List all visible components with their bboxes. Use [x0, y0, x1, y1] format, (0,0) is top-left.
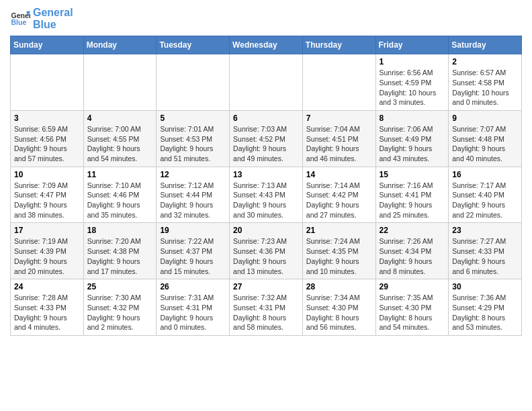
day-number: 11 [87, 170, 153, 179]
day-info: Sunrise: 7:27 AMSunset: 4:33 PMDaylight:… [452, 236, 518, 276]
day-number: 13 [233, 170, 299, 179]
day-cell: 10Sunrise: 7:09 AMSunset: 4:47 PMDayligh… [11, 167, 84, 223]
day-info: Sunrise: 7:19 AMSunset: 4:39 PMDaylight:… [14, 236, 80, 276]
day-cell: 26Sunrise: 7:31 AMSunset: 4:31 PMDayligh… [157, 279, 230, 336]
col-header-wednesday: Wednesday [230, 36, 303, 54]
col-header-friday: Friday [375, 36, 449, 54]
day-cell: 2Sunrise: 6:57 AMSunset: 4:58 PMDaylight… [449, 54, 522, 111]
day-cell [157, 54, 230, 111]
day-cell: 13Sunrise: 7:13 AMSunset: 4:43 PMDayligh… [230, 167, 303, 223]
day-number: 27 [233, 282, 299, 291]
day-number: 21 [306, 226, 372, 235]
day-number: 1 [380, 57, 445, 66]
day-cell: 27Sunrise: 7:32 AMSunset: 4:31 PMDayligh… [230, 279, 303, 336]
day-info: Sunrise: 7:17 AMSunset: 4:40 PMDaylight:… [452, 181, 518, 220]
day-cell: 29Sunrise: 7:35 AMSunset: 4:30 PMDayligh… [375, 279, 449, 336]
day-cell: 8Sunrise: 7:06 AMSunset: 4:49 PMDaylight… [375, 110, 449, 167]
col-header-thursday: Thursday [302, 36, 375, 54]
day-info: Sunrise: 7:06 AMSunset: 4:49 PMDaylight:… [380, 124, 445, 164]
calendar-table: SundayMondayTuesdayWednesdayThursdayFrid… [10, 36, 522, 336]
day-number: 18 [87, 226, 153, 235]
day-info: Sunrise: 7:30 AMSunset: 4:32 PMDaylight:… [87, 293, 153, 332]
day-cell: 6Sunrise: 7:03 AMSunset: 4:52 PMDaylight… [230, 110, 303, 167]
day-cell [83, 54, 157, 111]
day-cell: 3Sunrise: 6:59 AMSunset: 4:56 PMDaylight… [11, 110, 84, 167]
day-number: 14 [306, 170, 372, 179]
day-info: Sunrise: 7:03 AMSunset: 4:52 PMDaylight:… [233, 124, 299, 164]
col-header-monday: Monday [83, 36, 157, 54]
day-number: 15 [380, 170, 445, 179]
day-number: 23 [452, 226, 518, 235]
week-row-1: 1Sunrise: 6:56 AMSunset: 4:59 PMDaylight… [11, 54, 522, 111]
day-info: Sunrise: 7:09 AMSunset: 4:47 PMDaylight:… [14, 181, 80, 220]
day-number: 8 [380, 113, 445, 123]
day-number: 25 [87, 282, 153, 291]
day-number: 9 [452, 113, 518, 123]
day-cell: 5Sunrise: 7:01 AMSunset: 4:53 PMDaylight… [157, 110, 230, 167]
day-info: Sunrise: 7:34 AMSunset: 4:30 PMDaylight:… [306, 293, 372, 332]
day-cell [230, 54, 303, 111]
day-cell [302, 54, 375, 111]
day-cell: 20Sunrise: 7:23 AMSunset: 4:36 PMDayligh… [230, 223, 303, 279]
day-cell: 18Sunrise: 7:20 AMSunset: 4:38 PMDayligh… [83, 223, 157, 279]
day-cell: 1Sunrise: 6:56 AMSunset: 4:59 PMDaylight… [375, 54, 449, 111]
week-row-2: 3Sunrise: 6:59 AMSunset: 4:56 PMDaylight… [11, 110, 522, 167]
day-info: Sunrise: 7:16 AMSunset: 4:41 PMDaylight:… [380, 181, 445, 220]
logo-text: GeneralBlue [33, 7, 73, 30]
day-info: Sunrise: 7:04 AMSunset: 4:51 PMDaylight:… [306, 124, 372, 164]
day-cell: 25Sunrise: 7:30 AMSunset: 4:32 PMDayligh… [83, 279, 157, 336]
day-number: 4 [87, 113, 153, 123]
day-cell: 30Sunrise: 7:36 AMSunset: 4:29 PMDayligh… [449, 279, 522, 336]
day-number: 24 [14, 282, 80, 291]
day-number: 30 [452, 282, 518, 291]
svg-text:Blue: Blue [11, 18, 27, 26]
day-cell: 16Sunrise: 7:17 AMSunset: 4:40 PMDayligh… [449, 167, 522, 223]
day-info: Sunrise: 7:28 AMSunset: 4:33 PMDaylight:… [14, 293, 80, 332]
day-number: 10 [14, 170, 80, 179]
day-number: 16 [452, 170, 518, 179]
day-cell: 23Sunrise: 7:27 AMSunset: 4:33 PMDayligh… [449, 223, 522, 279]
day-info: Sunrise: 7:26 AMSunset: 4:34 PMDaylight:… [380, 236, 445, 276]
logo-icon: General Blue [10, 9, 30, 29]
day-info: Sunrise: 6:59 AMSunset: 4:56 PMDaylight:… [14, 124, 80, 164]
day-info: Sunrise: 7:32 AMSunset: 4:31 PMDaylight:… [233, 293, 299, 332]
col-header-tuesday: Tuesday [157, 36, 230, 54]
day-info: Sunrise: 7:14 AMSunset: 4:42 PMDaylight:… [306, 181, 372, 220]
page-header: General Blue GeneralBlue [10, 7, 522, 30]
day-number: 5 [160, 113, 226, 123]
day-cell: 21Sunrise: 7:24 AMSunset: 4:35 PMDayligh… [302, 223, 375, 279]
day-info: Sunrise: 7:20 AMSunset: 4:38 PMDaylight:… [87, 236, 153, 276]
day-info: Sunrise: 7:36 AMSunset: 4:29 PMDaylight:… [452, 293, 518, 332]
day-number: 28 [306, 282, 372, 291]
week-row-4: 17Sunrise: 7:19 AMSunset: 4:39 PMDayligh… [11, 223, 522, 279]
day-number: 12 [160, 170, 226, 179]
day-number: 29 [380, 282, 445, 291]
day-info: Sunrise: 6:56 AMSunset: 4:59 PMDaylight:… [380, 68, 445, 107]
day-number: 22 [380, 226, 445, 235]
day-number: 19 [160, 226, 226, 235]
week-row-3: 10Sunrise: 7:09 AMSunset: 4:47 PMDayligh… [11, 167, 522, 223]
day-info: Sunrise: 7:07 AMSunset: 4:48 PMDaylight:… [452, 124, 518, 164]
day-info: Sunrise: 7:00 AMSunset: 4:55 PMDaylight:… [87, 124, 153, 164]
day-cell: 19Sunrise: 7:22 AMSunset: 4:37 PMDayligh… [157, 223, 230, 279]
day-number: 3 [14, 113, 80, 123]
day-info: Sunrise: 6:57 AMSunset: 4:58 PMDaylight:… [452, 68, 518, 107]
day-number: 26 [160, 282, 226, 291]
week-row-5: 24Sunrise: 7:28 AMSunset: 4:33 PMDayligh… [11, 279, 522, 336]
col-header-sunday: Sunday [11, 36, 84, 54]
day-info: Sunrise: 7:31 AMSunset: 4:31 PMDaylight:… [160, 293, 226, 332]
day-number: 7 [306, 113, 372, 123]
logo: General Blue GeneralBlue [10, 7, 73, 30]
day-info: Sunrise: 7:12 AMSunset: 4:44 PMDaylight:… [160, 181, 226, 220]
day-info: Sunrise: 7:23 AMSunset: 4:36 PMDaylight:… [233, 236, 299, 276]
day-cell: 22Sunrise: 7:26 AMSunset: 4:34 PMDayligh… [375, 223, 449, 279]
day-cell: 9Sunrise: 7:07 AMSunset: 4:48 PMDaylight… [449, 110, 522, 167]
day-number: 20 [233, 226, 299, 235]
day-cell: 7Sunrise: 7:04 AMSunset: 4:51 PMDaylight… [302, 110, 375, 167]
day-number: 6 [233, 113, 299, 123]
day-cell: 11Sunrise: 7:10 AMSunset: 4:46 PMDayligh… [83, 167, 157, 223]
day-info: Sunrise: 7:10 AMSunset: 4:46 PMDaylight:… [87, 181, 153, 220]
day-number: 17 [14, 226, 80, 235]
day-number: 2 [452, 57, 518, 66]
day-cell: 15Sunrise: 7:16 AMSunset: 4:41 PMDayligh… [375, 167, 449, 223]
